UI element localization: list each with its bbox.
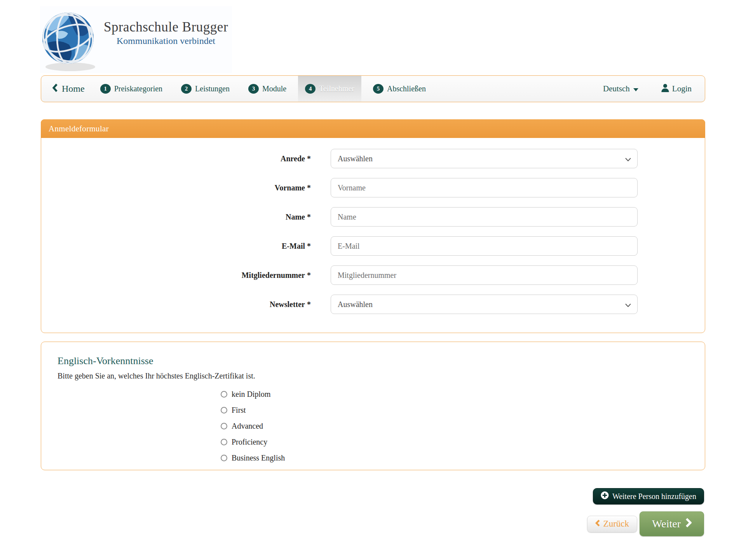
nav-step-label: Abschließen [387, 84, 426, 93]
step-badge: 3 [248, 84, 259, 94]
actions-row-nav: Zurück Weiter [41, 511, 704, 536]
radio-advanced[interactable]: Advanced [221, 420, 689, 431]
form-row-name: Name* [41, 207, 705, 227]
vorname-label: Vorname* [41, 183, 311, 192]
user-icon [661, 84, 669, 94]
logo-title: Sprachschule Brugger [104, 19, 228, 35]
actions-row-add: Weitere Person hinzufügen [41, 488, 704, 504]
chevron-down-icon [625, 300, 631, 309]
logo-subtitle: Kommunikation verbindet [104, 36, 228, 46]
radio-label: Advanced [232, 422, 263, 431]
radio-label: Proficiency [232, 438, 267, 447]
nav-step-teilnehmer[interactable]: 4 Teilnehmer [298, 76, 361, 102]
logo-area: Sprachschule Brugger Kommunikation verbi… [0, 0, 746, 70]
anrede-select[interactable]: Auswählen [331, 149, 638, 168]
radio-circle-icon [221, 439, 227, 445]
nav-step-label: Module [262, 84, 286, 93]
chevron-left-icon [595, 519, 600, 529]
step-badge: 4 [305, 84, 315, 94]
vorname-input[interactable] [331, 178, 638, 197]
step-badge: 1 [100, 84, 111, 94]
nav-right: Deutsch Login [603, 84, 692, 94]
newsletter-select[interactable]: Auswählen [331, 295, 638, 314]
radio-first[interactable]: First [221, 405, 689, 415]
anrede-select-value: Auswählen [338, 154, 373, 163]
form-panel-body: Anrede* Auswählen Vorname* Name* E-Mail* [41, 138, 705, 333]
nav-step-leistungen[interactable]: 2 Leistungen [174, 76, 237, 102]
nav-step-label: Leistungen [195, 84, 230, 93]
step-badge: 2 [181, 84, 192, 94]
email-label: E-Mail* [41, 242, 311, 251]
back-label: Zurück [603, 519, 629, 529]
step-navbar: Home 1 Preiskategorien 2 Leistungen 3 Mo… [41, 75, 705, 102]
mitgliedernummer-label: Mitgliedernummer* [41, 271, 311, 280]
add-person-button[interactable]: Weitere Person hinzufügen [593, 488, 704, 504]
next-button[interactable]: Weiter [640, 511, 704, 536]
language-label: Deutsch [603, 84, 630, 94]
logo: Sprachschule Brugger Kommunikation verbi… [40, 6, 232, 73]
radio-circle-icon [221, 455, 227, 461]
radio-label: Business English [232, 454, 285, 462]
radio-label: kein Diplom [232, 390, 271, 399]
nav-step-preiskategorien[interactable]: 1 Preiskategorien [93, 76, 169, 102]
radio-kein-diplom[interactable]: kein Diplom [221, 389, 689, 400]
nav-step-module[interactable]: 3 Module [241, 76, 293, 102]
newsletter-label: Newsletter* [41, 300, 311, 309]
english-panel-title: Englisch-Vorkenntnisse [58, 355, 689, 367]
radio-circle-icon [221, 423, 227, 429]
step-badge: 5 [373, 84, 383, 94]
name-input[interactable] [331, 207, 638, 227]
radio-circle-icon [221, 407, 227, 413]
registration-form-panel: Anmeldeformular Anrede* Auswählen Vornam… [41, 119, 705, 333]
registration-page: Sprachschule Brugger Kommunikation verbi… [0, 0, 746, 560]
english-knowledge-panel: Englisch-Vorkenntnisse Bitte geben Sie a… [41, 342, 705, 470]
nav-home[interactable]: Home [52, 76, 89, 102]
radio-proficiency[interactable]: Proficiency [221, 436, 689, 447]
radio-label: First [232, 406, 246, 415]
add-person-label: Weitere Person hinzufügen [612, 492, 696, 501]
form-row-mitgliedernummer: Mitgliedernummer* [41, 265, 705, 285]
language-dropdown[interactable]: Deutsch [603, 84, 638, 94]
form-row-vorname: Vorname* [41, 178, 705, 197]
logo-text: Sprachschule Brugger Kommunikation verbi… [104, 19, 228, 73]
back-button[interactable]: Zurück [587, 516, 637, 532]
nav-step-label: Teilnehmer [319, 84, 354, 93]
certificate-radio-group: kein Diplom First Advanced Proficiency B… [221, 389, 689, 463]
login-label: Login [672, 84, 692, 94]
email-input[interactable] [331, 236, 638, 256]
radio-circle-icon [221, 391, 227, 398]
nav-home-label: Home [62, 84, 85, 94]
mitgliedernummer-input[interactable] [331, 265, 638, 285]
radio-business-english[interactable]: Business English [221, 452, 689, 463]
nav-step-abschliessen[interactable]: 5 Abschließen [366, 76, 433, 102]
next-label: Weiter [652, 518, 681, 530]
globe-logo-icon [40, 8, 98, 73]
chevron-left-icon [52, 84, 58, 94]
nav-step-label: Preiskategorien [114, 84, 162, 93]
login-button[interactable]: Login [661, 84, 692, 94]
plus-circle-icon [601, 491, 609, 501]
newsletter-select-value: Auswählen [338, 300, 373, 309]
form-panel-header: Anmeldeformular [41, 119, 705, 138]
name-label: Name* [41, 213, 311, 222]
form-row-email: E-Mail* [41, 236, 705, 256]
anrede-label: Anrede* [41, 154, 311, 163]
form-row-anrede: Anrede* Auswählen [41, 149, 705, 168]
english-panel-description: Bitte geben Sie an, welches Ihr höchstes… [58, 372, 689, 380]
chevron-right-icon [686, 518, 692, 530]
caret-down-icon [633, 84, 638, 94]
chevron-down-icon [625, 154, 631, 163]
form-row-newsletter: Newsletter* Auswählen [41, 295, 705, 314]
